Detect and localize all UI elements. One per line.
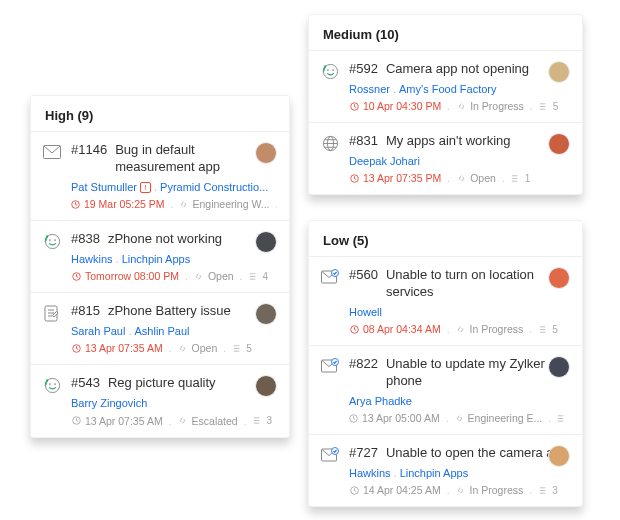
ticket-id: #727 — [349, 445, 378, 462]
ticket-id: #543 — [71, 375, 100, 392]
clock-icon — [349, 485, 359, 495]
thread-icon — [511, 173, 521, 183]
contact-name[interactable]: Hawkins — [349, 467, 391, 479]
contact-name[interactable]: Deepak Johari — [349, 155, 420, 167]
due-text: 08 Apr 04:34 AM — [363, 323, 441, 335]
ticket-body: #831 My apps ain't working Deepak Johari… — [349, 133, 570, 184]
column-title-text: Low — [323, 233, 349, 248]
avatar[interactable] — [255, 231, 277, 253]
account-name[interactable]: Ashlin Paul — [135, 325, 190, 337]
contact-name[interactable]: Hawkins — [71, 253, 113, 265]
ticket-id: #592 — [349, 61, 378, 78]
thread-count: 3 — [552, 485, 558, 496]
account-name[interactable]: Linchpin Apps — [122, 253, 191, 265]
svg-point-13 — [327, 69, 329, 71]
ticket-row[interactable]: #838 zPhone not working Hawkins.Linchpin… — [31, 220, 289, 292]
ticket-row[interactable]: #822 Unable to update my Zylker phone Ar… — [309, 345, 582, 434]
contact-line: Barry Zingovich — [71, 396, 277, 410]
link-icon — [179, 199, 188, 209]
ticket-subject: Bug in default measurement app — [115, 142, 277, 176]
due-text: 10 Apr 04:30 PM — [363, 100, 441, 112]
envelope-check-icon — [321, 446, 339, 464]
avatar[interactable] — [255, 142, 277, 164]
contact-name[interactable]: Arya Phadke — [349, 395, 412, 407]
status-text: Open — [470, 172, 496, 184]
thread-icon — [538, 485, 548, 495]
contact-line: Howell — [349, 305, 570, 319]
clock-icon — [71, 199, 80, 209]
ticket-row[interactable]: #815 zPhone Battery issue Sarah Paul.Ash… — [31, 292, 289, 364]
ticket-subject: Unable to update my Zylker phone — [386, 356, 570, 390]
clock-icon — [71, 416, 81, 426]
column-count: (5) — [353, 233, 369, 248]
ticket-id: #1146 — [71, 142, 107, 159]
status-text: Escalated — [192, 415, 238, 427]
priority-column-high: High (9) #1146 Bug in default measuremen… — [30, 95, 290, 438]
ticket-body: #592 Camera app not opening Rossner.Amy'… — [349, 61, 570, 112]
ticket-subject: Reg picture quality — [108, 375, 216, 392]
ticket-row[interactable]: #831 My apps ain't working Deepak Johari… — [309, 122, 582, 194]
contact-name[interactable]: Pat Stumuller — [71, 181, 137, 193]
ticket-body: #560 Unable to turn on location services… — [349, 267, 570, 335]
thread-count: 4 — [262, 271, 268, 282]
avatar[interactable] — [548, 445, 570, 467]
contact-name[interactable]: Sarah Paul — [71, 325, 125, 337]
clock-icon — [71, 343, 81, 353]
meta-line: 13 Apr 07:35 AM . Escalated . 3 — [71, 415, 277, 427]
ticket-id: #831 — [349, 133, 378, 150]
meta-line: 13 Apr 07:35 PM . Open . 1 — [349, 172, 570, 184]
ticket-body: #838 zPhone not working Hawkins.Linchpin… — [71, 231, 277, 282]
thread-icon — [538, 324, 548, 334]
meta-line: 10 Apr 04:30 PM . In Progress . 5 — [349, 100, 570, 112]
due-text: 19 Mar 05:25 PM — [84, 198, 165, 210]
column-title: Low (5) — [309, 221, 582, 256]
ticket-body: #727 Unable to open the camera app Hawki… — [349, 445, 570, 496]
clock-icon — [349, 324, 359, 334]
ticket-body: #1146 Bug in default measurement app Pat… — [71, 142, 277, 210]
thread-count: 5 — [552, 324, 558, 335]
column-title-text: High — [45, 108, 74, 123]
ticket-row[interactable]: #727 Unable to open the camera app Hawki… — [309, 434, 582, 506]
contact-name[interactable]: Rossner — [349, 83, 390, 95]
contact-line: Sarah Paul.Ashlin Paul — [71, 324, 277, 338]
face-icon — [43, 376, 61, 394]
column-count: (9) — [78, 108, 94, 123]
column-count: (10) — [376, 27, 399, 42]
ticket-id: #815 — [71, 303, 100, 320]
ticket-row[interactable]: #560 Unable to turn on location services… — [309, 256, 582, 345]
contact-name[interactable]: Barry Zingovich — [71, 397, 147, 409]
meta-line: 14 Apr 04:25 AM . In Progress . 3 — [349, 484, 570, 496]
account-name[interactable]: Amy's Food Factory — [399, 83, 496, 95]
ticket-row[interactable]: #592 Camera app not opening Rossner.Amy'… — [309, 50, 582, 122]
link-icon — [178, 416, 188, 426]
contact-badge-icon: ! — [140, 182, 151, 193]
ticket-row[interactable]: #543 Reg picture quality Barry Zingovich… — [31, 364, 289, 436]
link-icon — [456, 173, 466, 183]
contact-name[interactable]: Howell — [349, 306, 382, 318]
svg-point-3 — [49, 239, 51, 241]
clock-icon — [71, 271, 81, 281]
account-name[interactable]: Pyramid Constructio... — [160, 181, 268, 193]
contact-line: Deepak Johari — [349, 154, 570, 168]
ticket-row[interactable]: #1146 Bug in default measurement app Pat… — [31, 131, 289, 220]
account-name[interactable]: Linchpin Apps — [400, 467, 469, 479]
link-icon — [456, 324, 466, 334]
thread-count: 5 — [246, 343, 252, 354]
thread-icon — [248, 271, 258, 281]
column-title-text: Medium — [323, 27, 372, 42]
thread-count: 1 — [525, 173, 531, 184]
avatar[interactable] — [548, 61, 570, 83]
ticket-subject: Unable to open the camera app — [386, 445, 568, 462]
contact-line: Hawkins.Linchpin Apps — [71, 252, 277, 266]
status-text: Engineering W... — [192, 198, 269, 210]
link-icon — [455, 413, 464, 423]
avatar[interactable] — [548, 356, 570, 378]
link-icon — [456, 485, 466, 495]
due-text: 13 Apr 07:35 PM — [363, 172, 441, 184]
contact-line: Pat Stumuller!.Pyramid Constructio... — [71, 180, 277, 194]
clock-icon — [349, 101, 359, 111]
clock-icon — [349, 173, 359, 183]
ticket-subject: Camera app not opening — [386, 61, 529, 78]
avatar[interactable] — [548, 267, 570, 289]
envelope-icon — [43, 143, 61, 161]
